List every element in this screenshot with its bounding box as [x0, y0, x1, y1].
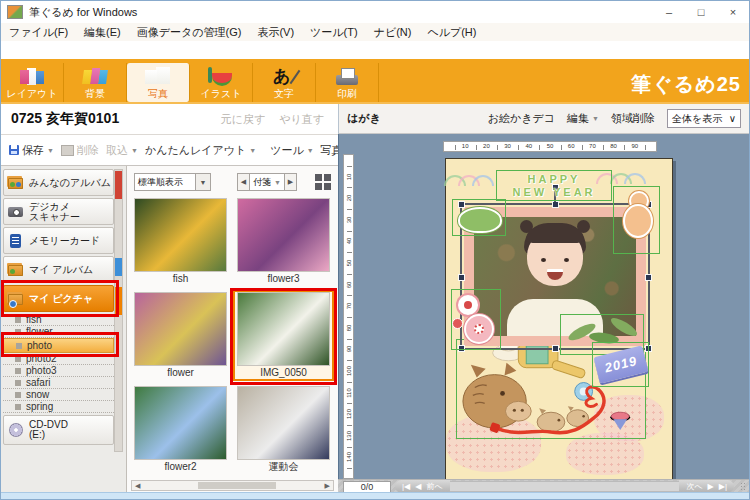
region-delete-button[interactable]: 領域削除	[611, 111, 655, 126]
pine-sticker-region[interactable]	[452, 199, 506, 236]
album-item[interactable]: メモリーカード	[3, 227, 114, 254]
paint-deco-button[interactable]: お絵かきデコ	[488, 111, 555, 126]
menu-bar: ファイル(F)編集(E)画像データの管理(G)表示(V)ツール(T)ナビ(N)ヘ…	[1, 23, 749, 42]
close-button[interactable]: ×	[717, 2, 749, 23]
scrollbar-thumb[interactable]	[198, 482, 276, 489]
maximize-button[interactable]: □	[685, 2, 717, 23]
thumbnail-hscrollbar[interactable]: ◀ ▶	[131, 480, 334, 491]
first-page-icon[interactable]: |◀	[402, 482, 410, 491]
scroll-right-icon[interactable]: ▶	[325, 482, 330, 490]
page-scroll-track[interactable]	[450, 481, 680, 492]
thumbnail-IMG_0050[interactable]: IMG_0050	[235, 292, 332, 379]
ruler-tick	[624, 145, 625, 150]
resize-handle[interactable]	[552, 345, 559, 352]
caret-down-icon: ▼	[47, 147, 54, 154]
resize-handle[interactable]	[552, 201, 559, 208]
sub-album-item[interactable]: safari	[3, 377, 114, 389]
sort-caret-button[interactable]: ▼	[196, 173, 211, 191]
album-scrollbar[interactable]	[114, 169, 123, 452]
undo-button[interactable]: 元に戻す	[221, 112, 266, 127]
thumbnail-header: 標準順表示 ▼ ◀ 付箋 ▼ ▶	[127, 170, 338, 194]
delete-button[interactable]: 削除	[61, 143, 99, 158]
menu-item-7[interactable]: ヘルプ(H)	[427, 25, 476, 40]
last-page-icon[interactable]: ▶|	[719, 482, 727, 491]
menu-item-1[interactable]: ファイル(F)	[9, 25, 68, 40]
gourd-sticker	[623, 191, 651, 249]
thumbnail-image	[134, 386, 227, 460]
resize-handle[interactable]	[458, 274, 465, 281]
sort-order-select[interactable]: 標準順表示	[134, 173, 196, 191]
toolbar-button-illustration-watermelon[interactable]: イラスト	[190, 63, 253, 102]
gourd-sticker-region[interactable]	[613, 186, 660, 254]
resize-grip[interactable]	[740, 482, 747, 492]
toolbar-button-layout-cards[interactable]: レイアウト	[1, 63, 64, 102]
toolbar-button-printer[interactable]: 印刷	[316, 63, 379, 102]
album-item[interactable]: みんなのアルバム	[3, 169, 114, 196]
ruler-label: 70	[589, 143, 596, 149]
zoom-select[interactable]: 全体を表示 ∨	[667, 109, 741, 128]
tab-zone: ▶ おもて(宛て名)へ切替 うら(レイアウト) ナビ★補助⚙設定?ヘルプ✖終了	[1, 41, 749, 59]
tag-next-button[interactable]: ▶	[284, 173, 297, 191]
layout-title: 0725 亥年賀0101	[1, 110, 119, 128]
sub-album-item[interactable]: spring	[3, 401, 114, 413]
thumbnail-flower3[interactable]: flower3	[235, 198, 332, 285]
thumbnail-flower[interactable]: flower	[132, 292, 229, 379]
ruler-label: 60	[568, 143, 575, 149]
preview-canvas[interactable]: 102030405060708090 102030405060708090100…	[338, 134, 749, 481]
menu-item-3[interactable]: 画像データの管理(G)	[137, 25, 242, 40]
sub-album-item[interactable]: flower	[3, 326, 114, 338]
folder-bullet-icon	[15, 368, 21, 374]
sub-album-item[interactable]: photo2	[3, 353, 114, 365]
album-item[interactable]: デジカメ スキャナー	[3, 198, 114, 225]
caret-down-icon: ▼	[200, 179, 207, 186]
chevron-down-icon: ∨	[729, 113, 736, 124]
thumbnail-fish[interactable]: fish	[132, 198, 229, 285]
resize-handle[interactable]	[645, 274, 652, 281]
prev-arrow-icon[interactable]: ◀	[415, 482, 421, 491]
tools-button[interactable]: ツール ▼	[270, 143, 313, 158]
menu-item-2[interactable]: 編集(E)	[84, 25, 121, 40]
ruler-label: 90	[631, 143, 638, 149]
tag-label[interactable]: 付箋 ▼	[250, 173, 284, 191]
folder-people-icon	[8, 176, 24, 190]
illustration-watermelon-icon	[208, 67, 234, 87]
sub-album-item[interactable]: fish	[3, 314, 114, 326]
sub-album-item[interactable]: photo	[3, 338, 114, 353]
edit-button[interactable]: 編集 ▼	[567, 111, 599, 126]
next-arrow-icon[interactable]: ▶	[708, 482, 714, 491]
drive-item[interactable]: CD-DVD (E:)	[3, 415, 114, 445]
toolbar-button-photo-prints[interactable]: 写真	[127, 63, 190, 102]
easy-layout-button[interactable]: かんたんレイアウト ▼	[145, 143, 256, 158]
minimize-button[interactable]: –	[653, 2, 685, 23]
thumbnail-grid: fishflower3flowerIMG_0050flower2運動会	[132, 198, 332, 473]
title-bar: 筆ぐるめ for Windows – □ ×	[1, 1, 749, 23]
tag-prev-button[interactable]: ◀	[237, 173, 250, 191]
greeting-text-region[interactable]: HAPPY NEW YEAR	[496, 170, 612, 201]
import-button[interactable]: 取込 ▼	[106, 143, 138, 158]
thumbnail-flower2[interactable]: flower2	[132, 386, 229, 473]
postcard-design[interactable]: HAPPY NEW YEAR	[445, 158, 673, 480]
plum-sticker-region[interactable]	[451, 289, 501, 350]
menu-item-4[interactable]: 表示(V)	[257, 25, 294, 40]
ruler-tick	[347, 166, 352, 167]
album-item[interactable]: マイ アルバム	[3, 256, 114, 283]
save-button[interactable]: 保存 ▼	[9, 143, 54, 158]
thumbnail-運動会[interactable]: 運動会	[235, 386, 332, 473]
menu-item-5[interactable]: ツール(T)	[310, 25, 358, 40]
scroll-left-icon[interactable]: ◀	[135, 482, 140, 490]
year-ribbon-region[interactable]: 2019	[592, 342, 649, 387]
status-bar	[1, 492, 749, 499]
toolbar-button-text-brush[interactable]: 文字	[253, 63, 316, 102]
redo-button[interactable]: やり直す	[279, 112, 324, 127]
ruler-label: 140	[346, 450, 352, 464]
ruler-tick	[347, 339, 352, 340]
ruler-label: 10	[462, 143, 469, 149]
sub-album-item[interactable]: photo3	[3, 365, 114, 377]
menu-item-6[interactable]: ナビ(N)	[374, 25, 412, 40]
ruler-label: 80	[610, 143, 617, 149]
sub-album-item[interactable]: snow	[3, 389, 114, 401]
toolbar-button-background-shapes[interactable]: 背景	[64, 63, 127, 102]
grid-view-icon[interactable]	[315, 174, 331, 190]
ruler-label: 50	[547, 143, 554, 149]
album-item[interactable]: マイ ピクチャ	[3, 285, 114, 312]
